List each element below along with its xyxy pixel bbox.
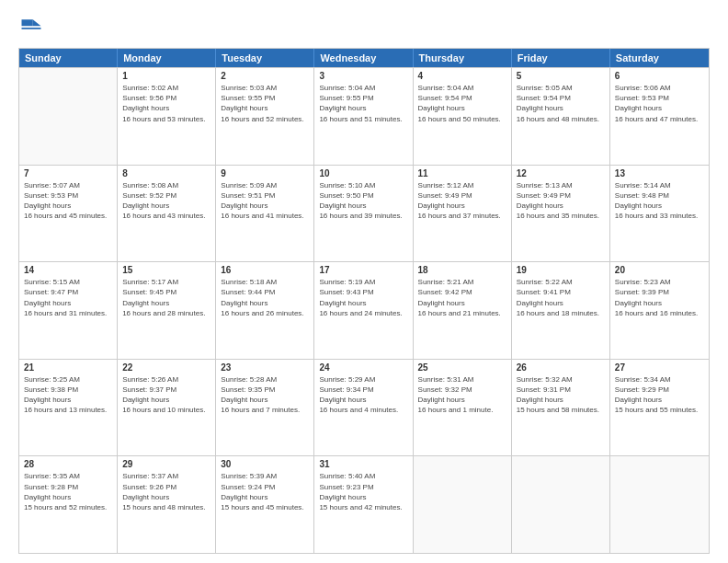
calendar-row: 1Sunrise: 5:02 AMSunset: 9:56 PMDaylight… bbox=[19, 67, 709, 165]
calendar-cell: 2Sunrise: 5:03 AMSunset: 9:55 PMDaylight… bbox=[216, 68, 314, 165]
calendar-header-cell: Friday bbox=[512, 49, 610, 67]
calendar-cell bbox=[610, 456, 709, 553]
calendar-cell: 18Sunrise: 5:21 AMSunset: 9:42 PMDayligh… bbox=[414, 262, 512, 359]
cell-info: Sunrise: 5:32 AMSunset: 9:31 PMDaylight … bbox=[517, 374, 605, 416]
day-number: 13 bbox=[615, 168, 704, 178]
calendar-header: SundayMondayTuesdayWednesdayThursdayFrid… bbox=[19, 49, 709, 67]
calendar-cell: 23Sunrise: 5:28 AMSunset: 9:35 PMDayligh… bbox=[216, 360, 314, 456]
cell-info: Sunrise: 5:31 AMSunset: 9:32 PMDaylight … bbox=[418, 374, 506, 416]
calendar-header-cell: Saturday bbox=[610, 49, 709, 67]
day-number: 30 bbox=[221, 459, 309, 469]
calendar-cell: 11Sunrise: 5:12 AMSunset: 9:49 PMDayligh… bbox=[414, 166, 512, 262]
cell-info: Sunrise: 5:21 AMSunset: 9:42 PMDaylight … bbox=[418, 277, 506, 318]
cell-info: Sunrise: 5:22 AMSunset: 9:41 PMDaylight … bbox=[517, 277, 605, 318]
header bbox=[18, 15, 710, 40]
cell-info: Sunrise: 5:35 AMSunset: 9:28 PMDaylight … bbox=[24, 471, 112, 512]
calendar-cell: 10Sunrise: 5:10 AMSunset: 9:50 PMDayligh… bbox=[314, 166, 413, 262]
calendar-cell: 13Sunrise: 5:14 AMSunset: 9:48 PMDayligh… bbox=[610, 166, 709, 262]
cell-info: Sunrise: 5:13 AMSunset: 9:49 PMDaylight … bbox=[517, 180, 605, 222]
cell-info: Sunrise: 5:04 AMSunset: 9:55 PMDaylight … bbox=[319, 83, 407, 124]
calendar-cell: 4Sunrise: 5:04 AMSunset: 9:54 PMDaylight… bbox=[414, 68, 512, 165]
calendar-cell: 25Sunrise: 5:31 AMSunset: 9:32 PMDayligh… bbox=[414, 360, 512, 456]
cell-info: Sunrise: 5:07 AMSunset: 9:53 PMDaylight … bbox=[24, 180, 112, 222]
cell-info: Sunrise: 5:34 AMSunset: 9:29 PMDaylight … bbox=[615, 374, 704, 416]
calendar-cell: 5Sunrise: 5:05 AMSunset: 9:54 PMDaylight… bbox=[512, 68, 610, 165]
day-number: 20 bbox=[615, 265, 704, 275]
cell-info: Sunrise: 5:19 AMSunset: 9:43 PMDaylight … bbox=[319, 277, 407, 318]
calendar-header-cell: Thursday bbox=[414, 49, 512, 67]
calendar-header-cell: Tuesday bbox=[216, 49, 314, 67]
calendar-cell: 12Sunrise: 5:13 AMSunset: 9:49 PMDayligh… bbox=[512, 166, 610, 262]
calendar-cell: 28Sunrise: 5:35 AMSunset: 9:28 PMDayligh… bbox=[19, 456, 118, 553]
cell-info: Sunrise: 5:28 AMSunset: 9:35 PMDaylight … bbox=[221, 374, 309, 416]
day-number: 26 bbox=[517, 362, 605, 373]
calendar-cell: 26Sunrise: 5:32 AMSunset: 9:31 PMDayligh… bbox=[512, 360, 610, 456]
cell-info: Sunrise: 5:29 AMSunset: 9:34 PMDaylight … bbox=[319, 374, 407, 416]
cell-info: Sunrise: 5:04 AMSunset: 9:54 PMDaylight … bbox=[418, 83, 506, 124]
calendar-cell: 16Sunrise: 5:18 AMSunset: 9:44 PMDayligh… bbox=[216, 262, 314, 359]
day-number: 17 bbox=[319, 265, 407, 275]
day-number: 28 bbox=[24, 459, 112, 469]
calendar-row: 14Sunrise: 5:15 AMSunset: 9:47 PMDayligh… bbox=[19, 261, 709, 359]
day-number: 22 bbox=[122, 362, 210, 373]
day-number: 5 bbox=[517, 71, 605, 81]
cell-info: Sunrise: 5:15 AMSunset: 9:47 PMDaylight … bbox=[24, 277, 112, 318]
cell-info: Sunrise: 5:10 AMSunset: 9:50 PMDaylight … bbox=[319, 180, 407, 222]
day-number: 6 bbox=[615, 71, 704, 81]
cell-info: Sunrise: 5:12 AMSunset: 9:49 PMDaylight … bbox=[418, 180, 506, 222]
cell-info: Sunrise: 5:05 AMSunset: 9:54 PMDaylight … bbox=[517, 83, 605, 124]
day-number: 21 bbox=[24, 362, 112, 373]
calendar-header-cell: Sunday bbox=[19, 49, 118, 67]
day-number: 15 bbox=[122, 265, 210, 275]
calendar-cell bbox=[414, 456, 512, 553]
logo-icon bbox=[18, 15, 44, 40]
cell-info: Sunrise: 5:09 AMSunset: 9:51 PMDaylight … bbox=[221, 180, 309, 222]
calendar-cell bbox=[512, 456, 610, 553]
calendar-cell: 24Sunrise: 5:29 AMSunset: 9:34 PMDayligh… bbox=[314, 360, 413, 456]
svg-rect-2 bbox=[22, 19, 33, 26]
day-number: 8 bbox=[122, 168, 210, 178]
calendar-cell: 7Sunrise: 5:07 AMSunset: 9:53 PMDaylight… bbox=[19, 166, 118, 262]
calendar-cell: 1Sunrise: 5:02 AMSunset: 9:56 PMDaylight… bbox=[118, 68, 216, 165]
day-number: 11 bbox=[418, 168, 506, 178]
day-number: 12 bbox=[517, 168, 605, 178]
cell-info: Sunrise: 5:03 AMSunset: 9:55 PMDaylight … bbox=[221, 83, 309, 124]
calendar-body: 1Sunrise: 5:02 AMSunset: 9:56 PMDaylight… bbox=[19, 67, 709, 553]
day-number: 7 bbox=[24, 168, 112, 178]
day-number: 25 bbox=[418, 362, 506, 373]
calendar: SundayMondayTuesdayWednesdayThursdayFrid… bbox=[18, 48, 710, 554]
calendar-cell: 19Sunrise: 5:22 AMSunset: 9:41 PMDayligh… bbox=[512, 262, 610, 359]
cell-info: Sunrise: 5:08 AMSunset: 9:52 PMDaylight … bbox=[122, 180, 210, 222]
cell-info: Sunrise: 5:14 AMSunset: 9:48 PMDaylight … bbox=[615, 180, 704, 222]
calendar-cell: 14Sunrise: 5:15 AMSunset: 9:47 PMDayligh… bbox=[19, 262, 118, 359]
calendar-cell: 21Sunrise: 5:25 AMSunset: 9:38 PMDayligh… bbox=[19, 360, 118, 456]
day-number: 14 bbox=[24, 265, 112, 275]
cell-info: Sunrise: 5:39 AMSunset: 9:24 PMDaylight … bbox=[221, 471, 309, 512]
logo bbox=[18, 15, 48, 40]
calendar-cell: 9Sunrise: 5:09 AMSunset: 9:51 PMDaylight… bbox=[216, 166, 314, 262]
calendar-cell: 31Sunrise: 5:40 AMSunset: 9:23 PMDayligh… bbox=[314, 456, 413, 553]
day-number: 24 bbox=[319, 362, 407, 373]
day-number: 4 bbox=[418, 71, 506, 81]
day-number: 10 bbox=[319, 168, 407, 178]
day-number: 2 bbox=[221, 71, 309, 81]
calendar-cell: 22Sunrise: 5:26 AMSunset: 9:37 PMDayligh… bbox=[118, 360, 216, 456]
day-number: 1 bbox=[122, 71, 210, 81]
cell-info: Sunrise: 5:06 AMSunset: 9:53 PMDaylight … bbox=[615, 83, 704, 124]
cell-info: Sunrise: 5:02 AMSunset: 9:56 PMDaylight … bbox=[122, 83, 210, 124]
day-number: 31 bbox=[319, 459, 407, 469]
cell-info: Sunrise: 5:17 AMSunset: 9:45 PMDaylight … bbox=[122, 277, 210, 318]
cell-info: Sunrise: 5:26 AMSunset: 9:37 PMDaylight … bbox=[122, 374, 210, 416]
calendar-cell: 3Sunrise: 5:04 AMSunset: 9:55 PMDaylight… bbox=[314, 68, 413, 165]
cell-info: Sunrise: 5:25 AMSunset: 9:38 PMDaylight … bbox=[24, 374, 112, 416]
day-number: 27 bbox=[615, 362, 704, 373]
cell-info: Sunrise: 5:40 AMSunset: 9:23 PMDaylight … bbox=[319, 471, 407, 512]
day-number: 19 bbox=[517, 265, 605, 275]
calendar-cell bbox=[19, 68, 118, 165]
day-number: 3 bbox=[319, 71, 407, 81]
cell-info: Sunrise: 5:23 AMSunset: 9:39 PMDaylight … bbox=[615, 277, 704, 318]
calendar-row: 7Sunrise: 5:07 AMSunset: 9:53 PMDaylight… bbox=[19, 165, 709, 262]
calendar-cell: 17Sunrise: 5:19 AMSunset: 9:43 PMDayligh… bbox=[314, 262, 413, 359]
day-number: 29 bbox=[122, 459, 210, 469]
calendar-header-cell: Wednesday bbox=[314, 49, 413, 67]
